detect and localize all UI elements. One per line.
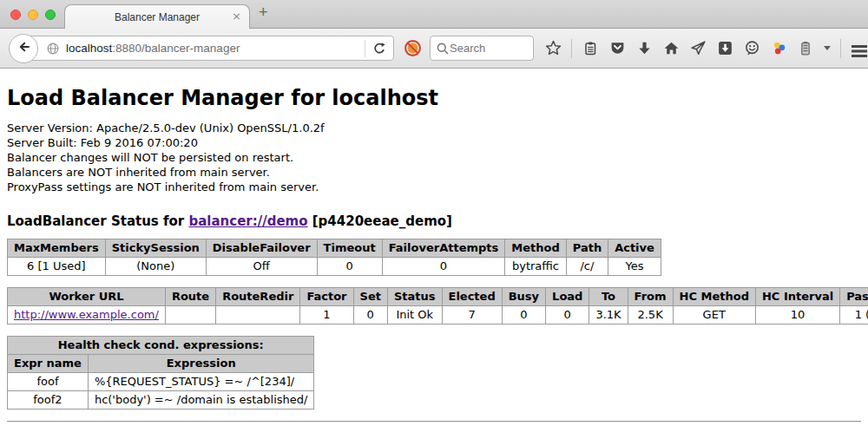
balancer-heading-suffix: [p4420eeae_demo] — [308, 213, 452, 229]
menu-button[interactable] — [851, 40, 868, 57]
table-header-row: Expr name Expression — [8, 355, 314, 373]
navigation-toolbar: localhost:8880/balancer-manager — [0, 29, 868, 69]
col-header: StickySession — [105, 239, 206, 258]
footer-rule — [7, 421, 861, 423]
col-header: Set — [353, 288, 387, 306]
expr-name-cell: foof2 — [8, 391, 89, 410]
table-header-row: Worker URL Route RouteRedir Factor Set S… — [8, 288, 868, 306]
passes-cell: 1 (0) — [840, 306, 868, 324]
col-header: FailoverAttempts — [382, 239, 505, 258]
method-cell: bytraffic — [505, 258, 566, 276]
table-header-row: MaxMembers StickySession DisableFailover… — [8, 239, 661, 258]
page-content: Load Balancer Manager for localhost Serv… — [0, 69, 868, 426]
zoom-window-button[interactable] — [45, 10, 56, 20]
search-input[interactable] — [450, 42, 519, 55]
page-title: Load Balancer Manager for localhost — [7, 69, 861, 110]
back-button[interactable] — [9, 34, 38, 63]
plugin-blocked-icon[interactable] — [404, 39, 422, 57]
col-header: HC Method — [673, 288, 755, 306]
col-header: MaxMembers — [8, 239, 106, 258]
disable-failover-cell: Off — [206, 258, 317, 276]
home-button[interactable] — [662, 40, 680, 57]
col-header: Route — [165, 288, 215, 306]
hc-method-cell: GET — [673, 306, 755, 324]
pocket-button[interactable] — [608, 40, 626, 57]
health-check-table: Health check cond. expressions: Expr nam… — [7, 336, 314, 410]
search-icon — [436, 42, 450, 56]
download-helper-button[interactable] — [716, 40, 733, 57]
to-cell: 3.1K — [589, 306, 628, 324]
hamburger-icon — [852, 45, 867, 48]
col-header: Busy — [502, 288, 545, 306]
minimize-window-button[interactable] — [28, 10, 38, 20]
chevron-down-icon[interactable] — [824, 46, 831, 50]
search-bar[interactable] — [430, 36, 534, 61]
balancer-demo-link[interactable]: balancer://demo — [188, 213, 307, 229]
col-header: Expr name — [8, 355, 89, 373]
worker-table: Worker URL Route RouteRedir Factor Set S… — [7, 287, 868, 324]
server-built-line: Server Built: Feb 9 2016 07:00:20 — [7, 135, 861, 150]
status-cell: Init Ok — [387, 306, 442, 324]
browser-tab[interactable]: Balancer Manager × — [64, 4, 250, 29]
battery-extension-button[interactable] — [797, 40, 814, 57]
factor-cell: 1 — [300, 306, 353, 324]
colored-dots-extension-button[interactable] — [770, 40, 787, 57]
table-row: foof2 hc('body') =~ /domain is establish… — [8, 391, 314, 410]
balancer-settings-table: MaxMembers StickySession DisableFailover… — [7, 239, 661, 276]
downloads-button[interactable] — [635, 40, 653, 57]
toolbar-separator — [571, 39, 572, 58]
load-cell: 0 — [546, 306, 589, 324]
tab-title: Balancer Manager — [115, 11, 200, 23]
proxypass-note-line: ProxyPass settings are NOT inherited fro… — [7, 180, 861, 194]
max-members-cell: 6 [1 Used] — [8, 258, 106, 276]
close-window-button[interactable] — [10, 10, 21, 20]
sticky-session-cell: (None) — [105, 258, 206, 276]
url-domain: localhost — [66, 42, 112, 55]
reload-button[interactable] — [372, 42, 386, 56]
elected-cell: 7 — [442, 306, 502, 324]
table-row: http://www.example.com/ 1 0 Init Ok 7 0 … — [8, 306, 868, 324]
inherit-note-line: Balancers are NOT inherited from main se… — [7, 165, 861, 180]
urlbar-separator — [365, 40, 365, 57]
from-cell: 2.5K — [628, 306, 673, 324]
window-controls — [10, 10, 56, 20]
col-header: Timeout — [317, 239, 382, 258]
active-cell: Yes — [608, 258, 661, 276]
col-header: Expression — [88, 355, 314, 373]
new-tab-button[interactable]: + — [259, 3, 268, 22]
col-header: DisableFailover — [206, 239, 317, 258]
titlebar-tabstrip: Balancer Manager × + — [0, 0, 868, 29]
worker-url-link[interactable]: http://www.example.com/ — [14, 308, 159, 321]
globe-icon — [46, 42, 60, 56]
bookmark-star-button[interactable] — [544, 40, 562, 57]
back-arrow-icon — [16, 40, 31, 57]
hc-interval-cell: 10 — [755, 306, 839, 324]
col-header: HC Interval — [755, 288, 839, 306]
col-header: Status — [387, 288, 442, 306]
expr-name-cell: foof — [8, 373, 89, 391]
url-text: localhost:8880/balancer-manager — [66, 42, 240, 55]
col-header: Elected — [442, 288, 502, 306]
col-header: Factor — [300, 288, 353, 306]
busy-cell: 0 — [502, 306, 545, 324]
tab-close-icon[interactable]: × — [232, 10, 241, 23]
col-header: Method — [505, 239, 566, 258]
bookmarks-clipboard-button[interactable] — [582, 40, 599, 57]
health-table-title: Health check cond. expressions: — [8, 337, 314, 355]
failover-attempts-cell: 0 — [382, 258, 505, 276]
path-cell: /c/ — [566, 258, 608, 276]
col-header: To — [589, 288, 628, 306]
set-cell: 0 — [353, 306, 387, 324]
col-header: Load — [546, 288, 589, 306]
send-tab-plane-icon[interactable] — [689, 40, 707, 57]
expression-cell: hc('body') =~ /domain is established/ — [88, 391, 314, 410]
col-header: Active — [608, 239, 661, 258]
server-version-line: Server Version: Apache/2.5.0-dev (Unix) … — [7, 121, 861, 135]
col-header: Passes — [840, 288, 868, 306]
balancer-heading-prefix: LoadBalancer Status for — [7, 213, 188, 229]
feedback-smiley-button[interactable] — [743, 40, 760, 57]
route-cell — [165, 306, 215, 324]
route-redir-cell — [216, 306, 300, 324]
col-header: RouteRedir — [216, 288, 300, 306]
url-bar[interactable]: localhost:8880/balancer-manager — [23, 36, 394, 61]
